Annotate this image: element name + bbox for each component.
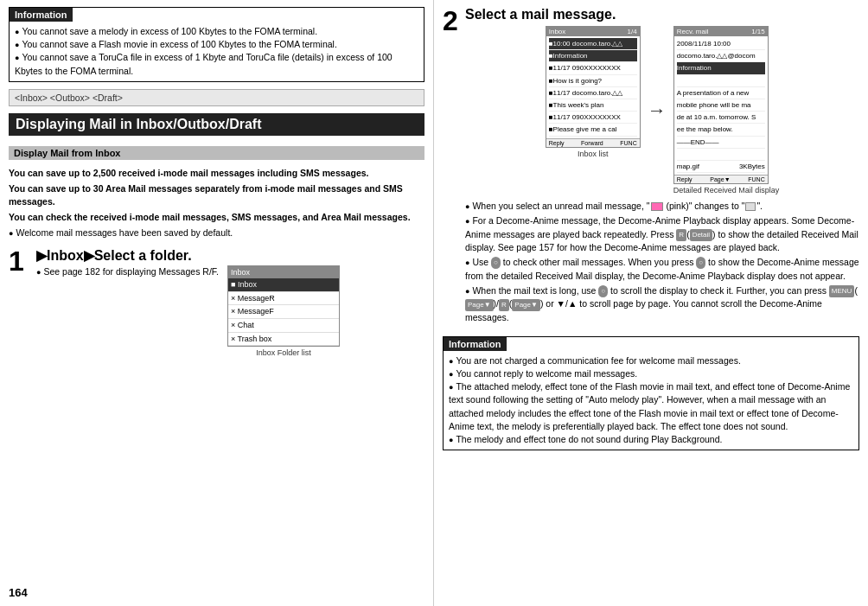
inbox-row-2-label: × MessageF: [231, 306, 274, 317]
intro-p2: You can save up to 30 Area Mail messages…: [9, 182, 424, 210]
inbox-list-body: ■10:00 docomo.taro.△△ ■Information ■11/1…: [546, 36, 640, 138]
arrow-right-icon: →: [648, 26, 667, 195]
detail-row-5: mobile phone will be ma: [677, 99, 765, 112]
detail-header-left: Recv. mail: [677, 28, 709, 35]
section-breadcrumb: <Inbox> <Outbox> <Draft>: [9, 89, 424, 106]
main-content: Information You cannot save a melody in …: [0, 0, 868, 606]
page-down-icon: Page▼: [465, 299, 494, 311]
inbox-footer-forward: Forward: [581, 140, 603, 146]
step2-bullet-2: Use ○ to check other mail messages. When…: [465, 256, 859, 284]
intro-text: You can save up to 2,500 received i-mode…: [9, 167, 424, 240]
step1-content: ▶Inbox▶Select a folder. See page 182 for…: [36, 247, 424, 358]
inbox-list-footer: Reply Forward FUNC: [546, 138, 640, 147]
circle-btn-icon: ○: [491, 257, 501, 269]
inbox-mockup-box: Inbox ■ Inbox × MessageR × MessageF: [227, 265, 340, 348]
inbox-footer-func: FUNC: [620, 140, 636, 146]
page-down2-icon: Page▼: [512, 299, 540, 311]
detail-screen-caption: Detailed Received Mail display: [673, 186, 780, 195]
intro-li1: Welcome mail messages have been saved by…: [9, 226, 424, 240]
inbox-list-header-left: Inbox: [549, 28, 566, 35]
info-bottom-item-2: The attached melody, effect tone of the …: [449, 380, 853, 433]
inbox-row-3-label: × Chat: [231, 320, 254, 331]
pink-icon: [651, 202, 663, 211]
step1-title: ▶Inbox▶Select a folder.: [36, 247, 424, 264]
info-bottom-item-0: You are not charged a communication fee …: [449, 354, 853, 367]
inbox-mockup-caption: Inbox Folder list: [227, 348, 340, 357]
inbox-row-1-label: × MessageR: [231, 293, 275, 304]
inbox-list-header-right: 1/4: [628, 28, 637, 35]
detail-row-0: 2008/11/18 10:00: [677, 38, 765, 50]
step2-content: Select a mail message. Inbox 1/4: [465, 7, 859, 326]
inbox-screen-row-1: ■Information: [549, 50, 637, 62]
inbox-screen-row-6: ■11/17 090XXXXXXXX: [549, 112, 637, 124]
step2-bullet-3: When the mail text is long, use ○ to scr…: [465, 284, 859, 325]
detail-row-8: ——END——: [677, 137, 765, 149]
detail-screen-body: 2008/11/18 10:00 docomo.taro.△△@docom In…: [674, 36, 768, 175]
detail-row-2: Information: [677, 62, 765, 74]
info-bottom-item-1: You cannot reply to welcome mail message…: [449, 367, 853, 380]
step1-notes: See page 182 for displaying Messages R/F…: [36, 265, 219, 279]
intro-list: Welcome mail messages have been saved by…: [9, 226, 424, 240]
subsection-title: Display Mail from Inbox: [9, 146, 424, 160]
detail-screen-footer: Reply Page▼ FUNC: [674, 175, 768, 183]
step1-body: See page 182 for displaying Messages R/F…: [36, 265, 424, 358]
detail-btn-icon: Detail: [690, 229, 712, 241]
detail-row-4: A presentation of a new: [677, 87, 765, 99]
detail-gif-size: 3KBytes: [739, 162, 765, 171]
detail-row-3: [677, 75, 765, 87]
detail-screen-header: Recv. mail 1/15: [674, 27, 768, 36]
detail-row-gif: map.gif 3KBytes: [677, 161, 765, 173]
inbox-row-4: × Trash box: [228, 333, 339, 347]
inbox-list-screen: Inbox 1/4 ■10:00 docomo.taro.△△ ■Informa…: [546, 26, 641, 148]
section-title: Displaying Mail in Inbox/Outbox/Draft: [9, 113, 424, 136]
info-box-bottom-header: Information: [444, 337, 507, 351]
phone-screenshots: Inbox 1/4 ■10:00 docomo.taro.△△ ■Informa…: [465, 26, 859, 195]
detail-footer-func: FUNC: [748, 176, 764, 182]
step2-number: 2: [443, 7, 460, 326]
inbox-mockup-header: Inbox: [228, 266, 339, 279]
info-item-2: You cannot save a Flash movie in excess …: [15, 38, 418, 51]
step2-title: Select a mail message.: [465, 7, 859, 22]
intro-p3: You can check the received i-mode mail m…: [9, 211, 424, 225]
inbox-row-2: × MessageF: [228, 305, 339, 319]
circle-btn-icon3: ○: [598, 285, 608, 297]
step1-number: 1: [9, 247, 29, 275]
inbox-row-1: × MessageR: [228, 292, 339, 306]
inbox-screen-wrapper: Inbox 1/4 ■10:00 docomo.taro.△△ ■Informa…: [546, 26, 641, 195]
white-icon: [745, 202, 756, 211]
r-page-icon: R: [499, 299, 509, 311]
inbox-row-0-label: ■ Inbox: [231, 279, 257, 290]
inbox-list-header: Inbox 1/4: [546, 27, 640, 36]
detail-mail-screen: Recv. mail 1/15 2008/11/18 10:00 docomo.…: [673, 26, 769, 184]
info-box-bottom: Information You are not charged a commun…: [443, 336, 859, 451]
inbox-screen-row-3: ■How is it going?: [549, 75, 637, 87]
step2-bullets: When you select an unread mail message, …: [465, 200, 859, 325]
info-item-3: You cannot save a ToruCa file in excess …: [15, 51, 418, 77]
detail-footer-page: Page▼: [710, 176, 730, 182]
step1-text: See page 182 for displaying Messages R/F…: [36, 265, 219, 280]
detail-footer-reply: Reply: [677, 176, 692, 182]
info-box-bottom-list: You are not charged a communication fee …: [449, 354, 853, 447]
inbox-list-caption: Inbox list: [546, 150, 641, 158]
inbox-screen-row-0: ■10:00 docomo.taro.△△: [549, 38, 637, 50]
info-box-top: Information You cannot save a melody in …: [9, 7, 424, 82]
info-item-1: You cannot save a melody in excess of 10…: [15, 25, 418, 38]
step2-container: 2 Select a mail message. Inbox 1/4: [443, 7, 859, 326]
circle-btn-icon2: ○: [696, 257, 705, 269]
inbox-footer-reply: Reply: [549, 140, 565, 146]
page-wrapper: Information You cannot save a melody in …: [0, 0, 868, 606]
detail-screen-wrapper: Recv. mail 1/15 2008/11/18 10:00 docomo.…: [673, 26, 780, 195]
menu-btn-icon: MENU: [829, 285, 855, 297]
detail-gif-label: map.gif: [677, 162, 699, 171]
inbox-row-3: × Chat: [228, 319, 339, 333]
info-box-top-content: You cannot save a melody in excess of 10…: [10, 22, 424, 81]
step1-note1: See page 182 for displaying Messages R/F…: [36, 265, 219, 279]
page-number: 164: [9, 579, 424, 599]
right-column: 2 Select a mail message. Inbox 1/4: [434, 0, 868, 606]
info-bottom-item-3: The melody and effect tone do not sound …: [449, 433, 853, 446]
step2-bullet-0: When you select an unread mail message, …: [465, 200, 859, 214]
info-box-top-header: Information: [10, 8, 73, 22]
detail-row-6: de at 10 a.m. tomorrow. S: [677, 112, 765, 124]
r-button-icon: R: [676, 229, 686, 241]
detail-row-7: ee the map below.: [677, 124, 765, 136]
